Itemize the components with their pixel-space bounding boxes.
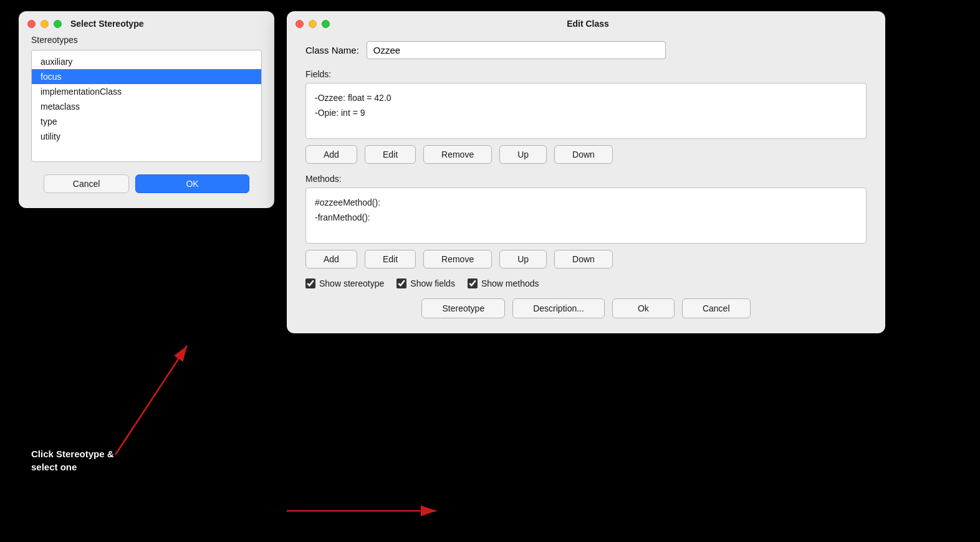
close-button[interactable] (27, 20, 36, 28)
methods-edit-button[interactable]: Edit (365, 250, 416, 269)
editclass-titlebar: Edit Class (287, 11, 885, 35)
editclass-maximize-button[interactable] (322, 20, 330, 28)
list-item-focus[interactable]: focus (32, 69, 261, 84)
methods-down-button[interactable]: Down (554, 250, 613, 269)
list-item-utility[interactable]: utility (32, 129, 261, 144)
class-name-row: Class Name: (305, 41, 867, 59)
fields-label: Fields: (305, 69, 867, 79)
stereotype-bottom-button[interactable]: Stereotype (421, 298, 505, 318)
field-entry-2: -Opie: int = 9 (315, 106, 857, 121)
fields-remove-button[interactable]: Remove (423, 145, 492, 164)
show-fields-checkbox[interactable] (396, 278, 406, 288)
class-name-label: Class Name: (305, 45, 359, 55)
field-entry-1: -Ozzee: float = 42.0 (315, 91, 857, 106)
list-item-implementationClass[interactable]: implementationClass (32, 84, 261, 99)
list-item-auxiliary[interactable]: auxiliary (32, 54, 261, 69)
stereotype-cancel-button[interactable]: Cancel (44, 174, 129, 193)
svg-line-2 (115, 346, 187, 455)
maximize-button[interactable] (54, 20, 62, 28)
editclass-content: Class Name: Fields: -Ozzee: float = 42.0… (287, 35, 885, 318)
methods-action-buttons: Add Edit Remove Up Down (305, 250, 867, 269)
editclass-window-title: Edit Class (567, 19, 609, 29)
method-entry-2: -franMethod(): (315, 211, 857, 226)
show-methods-label: Show methods (481, 278, 539, 288)
cancel-bottom-button[interactable]: Cancel (682, 298, 751, 318)
stereotype-titlebar: Select Stereotype (19, 11, 274, 35)
methods-add-button[interactable]: Add (305, 250, 357, 269)
minimize-button[interactable] (41, 20, 49, 28)
fields-edit-button[interactable]: Edit (365, 145, 416, 164)
stereotype-window-content: Stereotypes auxiliary focus implementati… (19, 35, 274, 193)
show-stereotype-label: Show stereotype (319, 278, 384, 288)
stereotype-ok-button[interactable]: OK (135, 174, 249, 193)
methods-label: Methods: (305, 174, 867, 184)
editclass-minimize-button[interactable] (309, 20, 317, 28)
stereotypes-list[interactable]: auxiliary focus implementationClass meta… (31, 50, 262, 162)
fields-up-button[interactable]: Up (499, 145, 547, 164)
list-item-metaclass[interactable]: metaclass (32, 99, 261, 114)
show-fields-checkbox-label: Show fields (396, 278, 455, 288)
fields-add-button[interactable]: Add (305, 145, 357, 164)
editclass-close-button[interactable] (295, 20, 304, 28)
show-methods-checkbox[interactable] (468, 278, 478, 288)
fields-down-button[interactable]: Down (554, 145, 613, 164)
annotation-text: Click Stereotype &select one (31, 447, 114, 473)
edit-class-window: Edit Class Class Name: Fields: -Ozzee: f… (287, 11, 885, 333)
stereotypes-label: Stereotypes (31, 35, 262, 45)
list-item-type[interactable]: type (32, 114, 261, 129)
bottom-buttons: Stereotype Description... Ok Cancel (305, 298, 867, 318)
show-stereotype-checkbox-label: Show stereotype (305, 278, 384, 288)
checkbox-row: Show stereotype Show fields Show methods (305, 278, 867, 288)
methods-up-button[interactable]: Up (499, 250, 547, 269)
class-name-input[interactable] (367, 41, 666, 59)
fields-text-area[interactable]: -Ozzee: float = 42.0 -Opie: int = 9 (305, 83, 867, 139)
stereotype-window-buttons: Cancel OK (31, 162, 262, 193)
description-button[interactable]: Description... (512, 298, 605, 318)
methods-text-area[interactable]: #ozzeeMethod(): -franMethod(): (305, 188, 867, 244)
ok-button[interactable]: Ok (612, 298, 675, 318)
select-stereotype-window: Select Stereotype Stereotypes auxiliary … (19, 11, 274, 208)
method-entry-1: #ozzeeMethod(): (315, 196, 857, 211)
show-methods-checkbox-label: Show methods (468, 278, 539, 288)
fields-action-buttons: Add Edit Remove Up Down (305, 145, 867, 164)
stereotype-window-title: Select Stereotype (70, 19, 144, 29)
editclass-traffic-lights (295, 20, 330, 28)
show-fields-label: Show fields (410, 278, 455, 288)
show-stereotype-checkbox[interactable] (305, 278, 315, 288)
methods-remove-button[interactable]: Remove (423, 250, 492, 269)
